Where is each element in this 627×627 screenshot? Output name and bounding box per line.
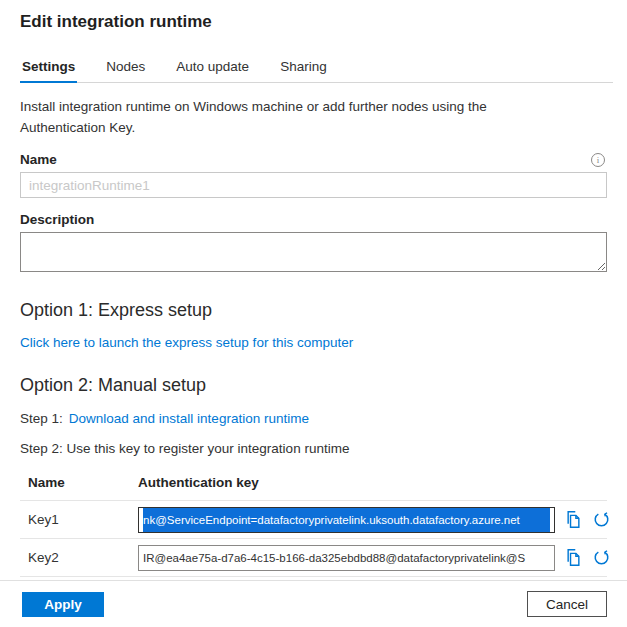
- step1-prefix: Step 1:: [20, 411, 63, 426]
- tab-sharing[interactable]: Sharing: [278, 59, 329, 82]
- copy-icon[interactable]: [563, 548, 583, 568]
- tab-auto-update[interactable]: Auto update: [174, 59, 251, 82]
- tab-settings[interactable]: Settings: [20, 59, 77, 82]
- column-header-name: Name: [28, 475, 138, 490]
- page-title: Edit integration runtime: [20, 12, 607, 32]
- info-icon[interactable]: i: [591, 153, 605, 167]
- edit-integration-runtime-dialog: Edit integration runtime Settings Nodes …: [0, 12, 627, 577]
- authentication-keys-table: Name Authentication key Key1 nk@ServiceE…: [20, 471, 607, 577]
- intro-text: Install integration runtime on Windows m…: [20, 96, 555, 138]
- table-row: Key1 nk@ServiceEndpoint=datafactorypriva…: [20, 501, 607, 539]
- option2-heading: Option 2: Manual setup: [20, 375, 607, 396]
- name-input[interactable]: [20, 172, 607, 198]
- key1-value-input[interactable]: nk@ServiceEndpoint=datafactoryprivatelin…: [138, 507, 555, 533]
- dialog-footer: Apply Cancel: [0, 580, 627, 627]
- description-label: Description: [20, 212, 94, 227]
- step1-line: Step 1:Download and install integration …: [20, 411, 607, 426]
- description-textarea[interactable]: [20, 232, 607, 272]
- key1-selected-text: nk@ServiceEndpoint=datafactoryprivatelin…: [143, 508, 550, 532]
- tab-nodes[interactable]: Nodes: [104, 59, 147, 82]
- key1-name-label: Key1: [28, 512, 138, 527]
- cancel-button[interactable]: Cancel: [527, 591, 607, 617]
- download-runtime-link[interactable]: Download and install integration runtime: [69, 411, 309, 426]
- copy-icon[interactable]: [563, 510, 583, 530]
- name-label: Name: [20, 152, 57, 167]
- refresh-icon[interactable]: [591, 510, 611, 530]
- express-setup-link[interactable]: Click here to launch the express setup f…: [20, 335, 353, 350]
- keys-table-header: Name Authentication key: [20, 471, 607, 501]
- key2-name-label: Key2: [28, 550, 138, 565]
- apply-button[interactable]: Apply: [22, 592, 104, 617]
- step2-line: Step 2: Use this key to register your in…: [20, 441, 607, 456]
- key2-value-input[interactable]: IR@ea4ae75a-d7a6-4c15-b166-da325ebdbd88@…: [138, 545, 555, 571]
- table-row: Key2 IR@ea4ae75a-d7a6-4c15-b166-da325ebd…: [20, 539, 607, 577]
- option1-heading: Option 1: Express setup: [20, 300, 607, 321]
- column-header-authentication-key: Authentication key: [138, 475, 607, 490]
- refresh-icon[interactable]: [591, 548, 611, 568]
- tabbar: Settings Nodes Auto update Sharing: [20, 59, 613, 83]
